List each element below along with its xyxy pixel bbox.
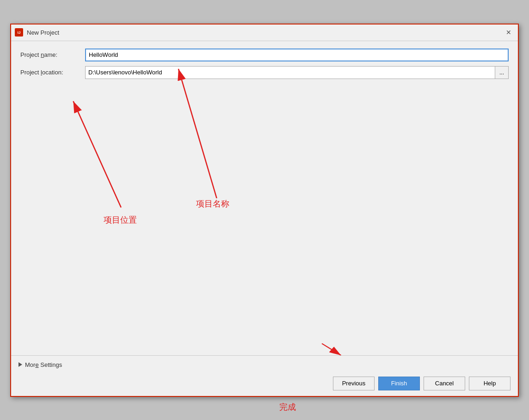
title-bar: IJ New Project ✕ (11, 24, 518, 41)
browse-button[interactable]: ... (495, 66, 509, 79)
annotation-arrows (11, 41, 518, 355)
annotation-project-name: 项目名称 (196, 198, 229, 209)
svg-line-3 (73, 101, 121, 207)
project-name-input[interactable] (85, 49, 509, 61)
svg-line-6 (322, 343, 341, 355)
app-icon: IJ (15, 28, 23, 37)
project-name-input-wrapper (85, 49, 509, 61)
project-location-row: Project location: ... (20, 66, 509, 79)
annotation-finish: 完成 (279, 402, 296, 413)
more-settings-label: More Settings (25, 361, 62, 368)
svg-text:IJ: IJ (18, 30, 21, 35)
dialog-title: New Project (27, 29, 59, 36)
content-area: Project name: Project location: ... (11, 41, 518, 355)
more-settings-toggle[interactable]: More Settings (18, 359, 511, 370)
new-project-dialog: IJ New Project ✕ Project name: Project l… (10, 24, 519, 397)
annotation-project-location: 项目位置 (104, 214, 137, 225)
project-name-row: Project name: (20, 49, 509, 61)
cancel-button[interactable]: Cancel (424, 377, 465, 390)
close-button[interactable]: ✕ (503, 27, 514, 38)
bottom-area: More Settings Previous Finish Cancel Hel… (11, 355, 518, 396)
button-row: Previous Finish Cancel Help (18, 375, 511, 392)
expand-triangle-icon (18, 362, 22, 367)
help-button[interactable]: Help (469, 377, 511, 390)
finish-arrow (11, 41, 518, 355)
project-location-input-wrapper: ... (85, 66, 509, 79)
project-location-input[interactable] (85, 66, 495, 79)
project-location-label: Project location: (20, 69, 85, 76)
title-bar-left: IJ New Project (15, 28, 59, 37)
project-name-label: Project name: (20, 51, 85, 58)
previous-button[interactable]: Previous (333, 377, 375, 390)
svg-line-4 (178, 69, 217, 198)
finish-button[interactable]: Finish (378, 377, 420, 390)
